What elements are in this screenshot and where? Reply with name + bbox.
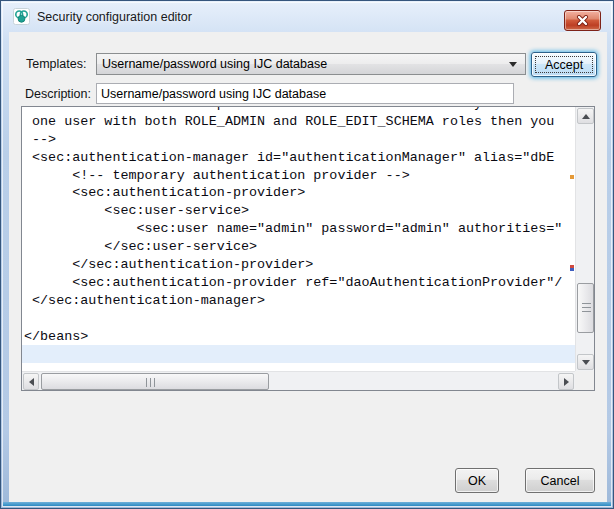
code-line[interactable]: <sec:authentication-provider ref="daoAut… <box>22 274 575 292</box>
scroll-left-button[interactable] <box>23 373 39 390</box>
error-stripe-mark <box>570 265 574 271</box>
code-lines: <!-- once the username/password db has b… <box>22 107 575 363</box>
templates-combobox[interactable]: Username/password using IJC database <box>96 53 526 75</box>
scroll-up-button[interactable] <box>577 108 594 124</box>
vertical-scrollbar[interactable] <box>575 107 594 371</box>
code-line[interactable]: --> <box>22 131 575 149</box>
right-arrow-icon <box>564 378 569 386</box>
window-title: Security configuration editor <box>37 10 192 24</box>
templates-combobox-value: Username/password using IJC database <box>97 57 509 71</box>
ok-button-label: OK <box>468 474 486 488</box>
thumb-grip-icon <box>146 378 157 387</box>
code-line[interactable]: </sec:authentication-provider> <box>22 256 575 274</box>
frame-bottom-glow <box>3 502 611 506</box>
code-line[interactable]: <sec:authentication-manager id="authenti… <box>22 149 575 167</box>
code-line[interactable]: <sec:user name="admin" password="admin" … <box>22 220 575 238</box>
close-button[interactable] <box>564 10 601 31</box>
vertical-scroll-thumb[interactable] <box>577 283 594 333</box>
left-arrow-icon <box>29 378 34 386</box>
close-icon <box>576 15 589 26</box>
horizontal-scrollbar[interactable] <box>22 371 575 390</box>
cancel-button[interactable]: Cancel <box>525 468 595 493</box>
code-viewport[interactable]: <!-- once the username/password db has b… <box>22 107 575 371</box>
templates-label: Templates: <box>26 57 86 71</box>
accept-button[interactable]: Accept <box>531 52 597 77</box>
code-line[interactable]: </beans> <box>22 328 575 346</box>
code-line[interactable]: <!-- temporary authentication provider -… <box>22 167 575 185</box>
scroll-right-button[interactable] <box>558 373 574 390</box>
client-area: Templates: Username/password using IJC d… <box>9 32 607 502</box>
thumb-grip-icon <box>582 303 591 314</box>
cancel-button-label: Cancel <box>541 474 580 488</box>
code-line[interactable]: <sec:authentication-provider> <box>22 184 575 202</box>
error-stripe-mark <box>570 175 574 179</box>
code-editor: <!-- once the username/password db has b… <box>21 106 595 391</box>
chevron-down-icon <box>509 62 517 67</box>
app-icon <box>13 8 30 25</box>
scrollbar-corner <box>575 371 594 390</box>
description-input[interactable] <box>96 83 514 104</box>
scroll-down-button[interactable] <box>577 354 594 370</box>
up-arrow-icon <box>582 114 590 119</box>
ok-button[interactable]: OK <box>455 468 499 493</box>
dialog-window: Security configuration editor Templates:… <box>0 0 614 509</box>
titlebar[interactable]: Security configuration editor <box>1 1 613 32</box>
description-label: Description: <box>25 87 91 101</box>
code-line[interactable]: <sec:user-service> <box>22 202 575 220</box>
code-line[interactable] <box>22 345 575 363</box>
code-line[interactable]: one user with both ROLE_ADMIN and ROLE_E… <box>22 113 575 131</box>
horizontal-scroll-thumb[interactable] <box>41 373 269 390</box>
accept-button-label: Accept <box>545 58 583 72</box>
code-line[interactable]: </sec:authentication-manager> <box>22 292 575 310</box>
down-arrow-icon <box>582 360 590 365</box>
code-line[interactable]: </sec:user-service> <box>22 238 575 256</box>
code-line[interactable] <box>22 310 575 328</box>
